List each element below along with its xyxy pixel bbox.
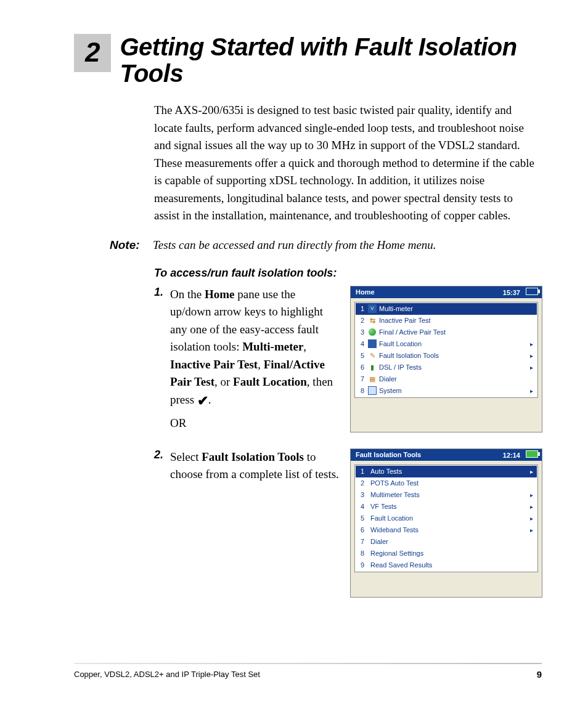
menu-item-fault-location[interactable]: 4 Fault Location ▸ [356,338,537,350]
dsl-icon: ▮ [367,363,378,371]
fit-panel-status: 12:14 [503,450,538,459]
step-2: 2. Select Fault Isolation Tools to choos… [154,448,541,598]
item-index: 8 [358,550,367,557]
step-1-number: 1. [154,286,170,432]
fit-panel-title: Fault Isolation Tools [356,451,421,458]
system-icon [367,386,378,395]
menu-item-vf-tests[interactable]: 4 VF Tests ▸ [356,501,537,513]
item-label: Fault Isolation Tools [378,352,530,359]
home-panel-titlebar: Home 15:37 [351,286,542,298]
item-index: 7 [358,375,367,383]
menu-item-read-saved[interactable]: 9 Read Saved Results [356,559,537,571]
item-label: Inactive Pair Test [378,317,533,324]
chapter-title: Getting Started with Fault Isolation Too… [120,34,542,87]
note-label: Note: [110,238,153,252]
item-index: 5 [358,514,367,522]
fit-panel-footer [351,576,542,597]
menu-item-wideband[interactable]: 6 Wideband Tests ▸ [356,524,537,536]
menu-item-inactive-pair[interactable]: 2 ⇆ Inactive Pair Test [356,315,537,327]
item-index: 3 [358,491,367,498]
item-label: VF Tests [367,503,530,510]
item-index: 2 [358,479,367,487]
tool-inactive-pair: Inactive Pair Test [170,358,258,371]
fit-panel: Fault Isolation Tools 12:14 1 Auto Tests… [350,448,542,598]
multimeter-icon: V [367,304,378,313]
item-index: 4 [358,340,367,347]
item-label: System [378,387,530,394]
pair-icon: ⇆ [367,316,378,325]
menu-item-multimeter[interactable]: 1 V Multi-meter [356,303,537,315]
submenu-arrow-icon: ▸ [530,387,534,394]
chapter-heading: 2 Getting Started with Fault Isolation T… [74,34,542,87]
home-panel-title: Home [356,288,375,296]
step-2-text: Select Fault Isolation Tools to choose f… [170,448,339,598]
item-index: 7 [358,538,367,545]
page-footer: Copper, VDSL2, ADSL2+ and IP Triple-Play… [74,669,542,680]
home-panel-time: 15:37 [503,289,520,296]
step-1: 1. On the Home pane use the up/down arro… [154,286,541,432]
footer-title: Copper, VDSL2, ADSL2+ and IP Triple-Play… [74,670,260,679]
page: 2 Getting Started with Fault Isolation T… [0,0,588,714]
home-panel-body: 1 V Multi-meter 2 ⇆ Inactive Pair Test 3 [351,298,542,402]
tool-multimeter: Multi-meter [242,340,303,353]
home-menu: 1 V Multi-meter 2 ⇆ Inactive Pair Test 3 [354,302,538,398]
battery-icon [526,450,538,458]
submenu-arrow-icon: ▸ [530,468,534,475]
item-label: Regional Settings [367,550,533,557]
chapter-number: 2 [74,34,111,72]
item-index: 1 [358,468,367,475]
item-label: Fault Location [367,514,530,522]
item-label: Multimeter Tests [367,491,530,498]
item-index: 1 [358,305,367,312]
menu-item-dsl-ip[interactable]: 6 ▮ DSL / IP Tests ▸ [356,362,537,373]
menu-item-fault-location2[interactable]: 5 Fault Location ▸ [356,513,537,524]
submenu-arrow-icon: ▸ [530,364,534,371]
item-label: Read Saved Results [367,561,533,569]
home-pane-ref: Home [205,288,235,301]
menu-item-fault-isolation[interactable]: 5 ✎ Fault Isolation Tools ▸ [356,350,537,362]
submenu-arrow-icon: ▸ [530,352,534,359]
menu-item-system[interactable]: 8 System ▸ [356,385,537,397]
submenu-arrow-icon: ▸ [530,515,534,522]
fit-menu: 1 Auto Tests ▸ 2 POTS Auto Test 3 Multim… [354,465,538,572]
submenu-arrow-icon: ▸ [530,527,534,533]
menu-item-regional[interactable]: 8 Regional Settings [356,548,537,559]
menu-item-auto-tests[interactable]: 1 Auto Tests ▸ [356,466,537,477]
item-index: 6 [358,526,367,533]
page-number: 9 [537,669,542,680]
item-index: 3 [358,328,367,336]
txt: On the [170,288,205,301]
item-index: 9 [358,561,367,569]
fault-icon [367,339,378,348]
fit-panel-time: 12:14 [503,452,520,459]
item-index: 2 [358,317,367,324]
item-label: Final / Active Pair Test [378,328,533,336]
globe-icon [367,328,378,336]
menu-item-dialer[interactable]: 7 ▦ Dialer [356,373,537,385]
probe-icon: ✎ [367,351,378,360]
home-panel: Home 15:37 1 V Multi-meter 2 ⇆ [350,286,542,432]
step-2-number: 2. [154,448,170,598]
item-index: 4 [358,503,367,510]
fit-panel-titlebar: Fault Isolation Tools 12:14 [351,449,542,461]
item-index: 6 [358,363,367,371]
txt: , [258,358,264,371]
fault-isolation-tools-ref: Fault Isolation Tools [202,450,304,463]
tool-fault-location: Fault Location [233,375,307,388]
menu-item-final-active[interactable]: 3 Final / Active Pair Test [356,327,537,338]
step-1-text-col: 1. On the Home pane use the up/down arro… [154,286,339,432]
dialer-icon: ▦ [367,375,378,383]
item-label: Fault Location [378,340,530,347]
home-panel-footer [351,402,542,423]
txt: , [303,340,306,353]
menu-item-dialer2[interactable]: 7 Dialer [356,536,537,548]
intro-paragraph: The AXS-200/635i is designed to test bas… [154,102,541,225]
item-label: Wideband Tests [367,526,530,533]
item-label: Multi-meter [378,305,533,312]
item-label: Dialer [367,538,533,545]
note: Note: Tests can be accessed and run dire… [110,238,541,252]
txt: , or [214,375,233,388]
menu-item-pots-auto[interactable]: 2 POTS Auto Test [356,477,537,489]
menu-item-multimeter-tests[interactable]: 3 Multimeter Tests ▸ [356,489,537,501]
battery-icon [526,288,538,295]
